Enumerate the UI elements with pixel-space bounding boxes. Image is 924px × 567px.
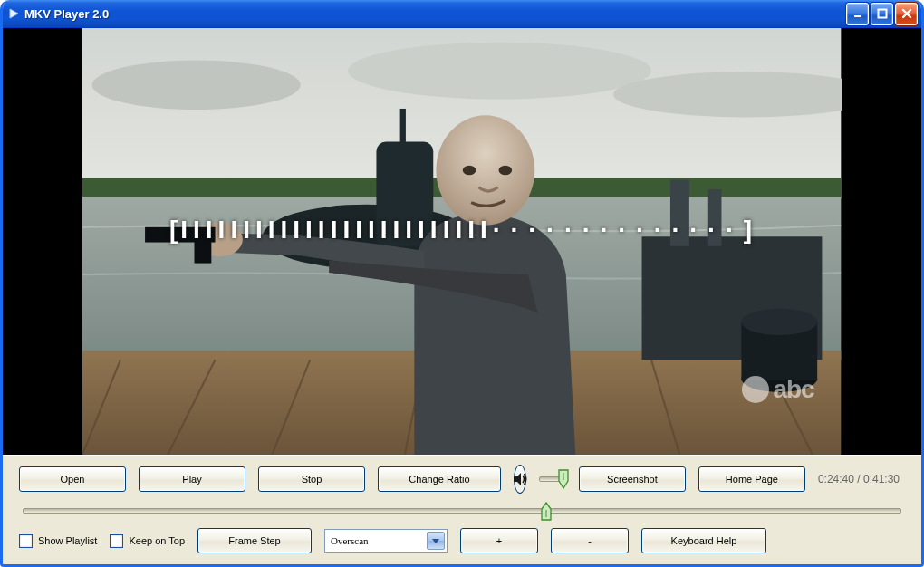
stop-button[interactable]: Stop <box>258 466 365 492</box>
broadcast-watermark: abc <box>742 375 813 404</box>
osd-volume-indicator: [IIIIIIIIIIIIIIIIIIIIIIIII..............… <box>169 216 755 245</box>
svg-point-4 <box>92 61 301 110</box>
checkbox-box <box>19 534 33 548</box>
time-total: 0:41:30 <box>863 473 900 485</box>
time-current: 0:24:40 <box>818 473 854 485</box>
timecode: 0:24:40 / 0:41:30 <box>818 473 905 485</box>
app-icon <box>8 8 19 19</box>
titlebar[interactable]: MKV Player 2.0 <box>3 0 921 28</box>
window-title: MKV Player 2.0 <box>24 7 109 21</box>
chevron-down-icon <box>427 532 445 550</box>
show-playlist-checkbox[interactable]: Show Playlist <box>19 534 97 548</box>
zoom-in-button[interactable]: + <box>460 528 538 553</box>
svg-point-25 <box>742 309 818 335</box>
control-row-2: Show Playlist Keep on Top Frame Step Ove… <box>19 528 905 553</box>
show-playlist-label: Show Playlist <box>38 535 97 546</box>
overscan-select[interactable]: Overscan <box>324 529 448 553</box>
control-row-1: Open Play Stop Change Ratio <box>19 465 905 494</box>
svg-point-28 <box>499 166 513 175</box>
svg-marker-0 <box>10 9 18 18</box>
home-page-button[interactable]: Home Page <box>698 466 805 492</box>
video-frame: abc [IIIIIIIIIIIIIIIIIIIIIIIII..........… <box>82 28 841 455</box>
app-window: MKV Player 2.0 <box>0 0 924 567</box>
video-area[interactable]: abc [IIIIIIIIIIIIIIIIIIIIIIIII..........… <box>3 28 921 455</box>
frame-step-button[interactable]: Frame Step <box>197 528 312 553</box>
play-button[interactable]: Play <box>139 466 245 492</box>
minimize-button[interactable] <box>846 3 869 25</box>
screenshot-button[interactable]: Screenshot <box>579 466 686 492</box>
volume-thumb[interactable] <box>557 468 570 490</box>
svg-rect-11 <box>400 109 406 147</box>
svg-point-5 <box>348 43 651 100</box>
abc-logo-text: abc <box>773 375 813 404</box>
checkbox-box <box>110 534 123 548</box>
close-button[interactable] <box>895 3 918 25</box>
seek-thumb[interactable] <box>540 502 553 522</box>
control-panel: Open Play Stop Change Ratio <box>3 455 921 564</box>
caption-buttons <box>846 3 918 25</box>
keyboard-help-button[interactable]: Keyboard Help <box>641 528 766 553</box>
svg-marker-35 <box>432 539 439 543</box>
maximize-button[interactable] <box>871 3 893 25</box>
mute-button[interactable] <box>514 465 526 494</box>
seek-bar[interactable] <box>19 503 905 519</box>
zoom-out-button[interactable]: - <box>551 528 629 553</box>
seek-rail <box>23 508 901 514</box>
change-ratio-button[interactable]: Change Ratio <box>378 466 501 492</box>
svg-rect-1 <box>854 15 861 17</box>
svg-marker-32 <box>514 473 521 485</box>
keep-on-top-label: Keep on Top <box>129 535 185 546</box>
open-button[interactable]: Open <box>19 466 126 492</box>
overscan-selected: Overscan <box>331 535 369 546</box>
keep-on-top-checkbox[interactable]: Keep on Top <box>110 534 185 548</box>
abc-logo-dot <box>742 376 769 403</box>
volume-slider[interactable] <box>539 470 566 488</box>
svg-point-27 <box>463 166 476 175</box>
speaker-icon <box>512 471 528 487</box>
svg-rect-2 <box>878 10 886 18</box>
